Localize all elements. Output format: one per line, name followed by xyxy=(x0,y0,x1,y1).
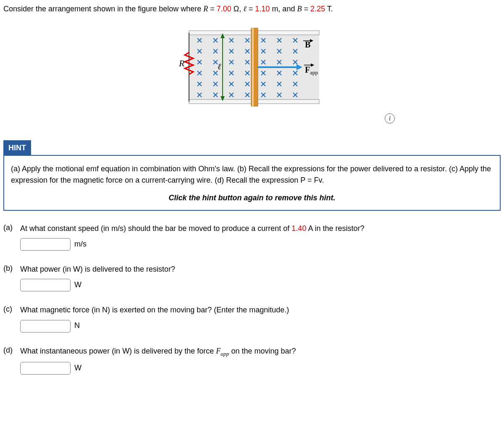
answer-b-input[interactable] xyxy=(20,279,71,291)
var-R: R xyxy=(203,5,208,13)
unit-d: W xyxy=(74,364,81,372)
unit-c: N xyxy=(74,321,80,330)
val-B: 2.25 xyxy=(310,5,325,13)
problem-statement: Consider the arrangement shown in the fi… xyxy=(3,3,501,15)
question-c: (c) What magnetic force (in N) is exerte… xyxy=(3,305,501,332)
hint-button[interactable]: HINT xyxy=(3,140,31,156)
question-c-label: (c) xyxy=(3,305,20,314)
var-B: B xyxy=(297,5,302,13)
label-Fapp: F xyxy=(305,65,310,74)
label-B: B xyxy=(305,40,310,49)
hint-button-label: HINT xyxy=(8,144,26,152)
var-Fapp: Fapp xyxy=(216,347,229,355)
circuit-diagram: R xyxy=(164,23,340,111)
question-a: (a) At what constant speed (in m/s) shou… xyxy=(3,223,501,251)
info-icon[interactable]: i xyxy=(385,113,395,123)
question-b-label: (b) xyxy=(3,264,20,273)
figure: R xyxy=(3,23,501,123)
val-current: 1.40 xyxy=(291,224,306,233)
val-R: 7.00 xyxy=(217,5,231,13)
question-d: (d) What instantaneous power (in W) is d… xyxy=(3,346,501,375)
answer-d-input[interactable] xyxy=(20,362,71,375)
answer-a-input[interactable] xyxy=(20,238,71,251)
val-l: 1.10 xyxy=(255,5,270,13)
question-c-text: What magnetic force (in N) is exerted on… xyxy=(20,305,501,315)
hint-body: (a) Apply the motional emf equation in c… xyxy=(11,163,493,186)
svg-rect-94 xyxy=(252,28,254,106)
question-b-text: What power (in W) is delivered to the re… xyxy=(20,264,501,275)
answer-c-input[interactable] xyxy=(20,320,71,333)
var-l: ℓ xyxy=(243,5,247,13)
label-R: R xyxy=(178,58,185,68)
label-l: ℓ xyxy=(218,62,221,71)
unit-b: W xyxy=(74,280,81,289)
prompt-pre: Consider the arrangement shown in the fi… xyxy=(3,5,203,13)
hint-footer: Click the hint button again to remove th… xyxy=(11,194,493,202)
unit-a: m/s xyxy=(74,240,87,248)
question-a-label: (a) xyxy=(3,223,20,232)
question-d-label: (d) xyxy=(3,346,20,355)
hint-panel: (a) Apply the motional emf equation in c… xyxy=(3,155,501,211)
question-b: (b) What power (in W) is delivered to th… xyxy=(3,264,501,291)
